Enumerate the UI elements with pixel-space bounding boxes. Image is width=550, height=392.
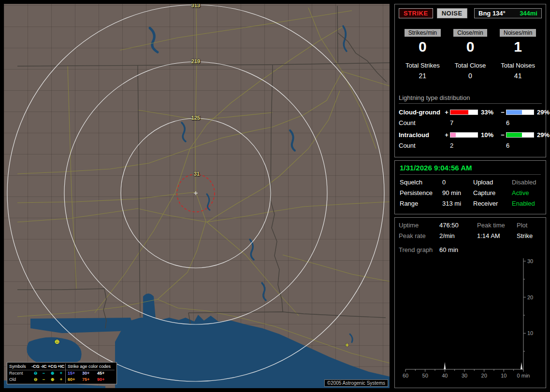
total-noises-value: 41: [494, 72, 542, 80]
legend-symbol: ⊖: [31, 370, 40, 377]
trend-graph-span-value: 60 min: [439, 246, 544, 253]
legend-col-pos-ic: +IC: [57, 364, 65, 370]
total-strikes-label: Total Strikes: [399, 62, 447, 69]
status-panel: STRIKE NOISE Bng 134° 344mi Strikes/min …: [394, 4, 546, 388]
copyright-label: ©2005 Astrogenic Systems: [324, 379, 388, 387]
strikes-per-min-value: 0: [399, 39, 447, 55]
bearing-readout: Bng 134° 344mi: [474, 8, 542, 18]
plus-sign: +: [443, 109, 450, 116]
legend-symbol: ⊕: [48, 377, 57, 383]
legend-symbol: ⊖: [31, 377, 40, 383]
svg-text:30: 30: [462, 373, 467, 378]
legend-symbol: −: [40, 377, 48, 383]
close-per-min-value: 0: [447, 39, 494, 55]
bearing-label: Bng 134°: [478, 10, 506, 17]
svg-text:50: 50: [422, 373, 428, 378]
intracloud-count-row: Count 2 6: [399, 142, 542, 149]
receiver-label: Receiver: [473, 200, 512, 207]
road-network: [17, 4, 390, 363]
ic-positive-bar-fill: [450, 133, 456, 137]
legend-symbol: +: [57, 370, 65, 377]
noises-per-min-label: Noises/min: [500, 29, 536, 37]
svg-text:60: 60: [403, 373, 408, 378]
legend-symbols-header: Symbols: [9, 364, 31, 370]
svg-text:40: 40: [442, 373, 448, 378]
range-ring-label-313: 313: [191, 4, 200, 8]
legend-symbol: +: [57, 377, 65, 383]
trend-section: Uptime 476:50 Peak time Plot Peak rate 2…: [394, 217, 546, 388]
range-value: 313 mi: [442, 200, 473, 207]
distribution-row-intracloud: Intracloud + 10% − 29%: [399, 131, 542, 139]
strike-mode-button[interactable]: STRIKE: [399, 8, 433, 18]
system-status-section: 1/31/2026 9:04:56 AM Squelch 0 Upload Di…: [394, 160, 546, 214]
uptime-grid: Uptime 476:50 Peak time Plot Peak rate 2…: [399, 222, 544, 239]
strike-map[interactable]: 313 219 125 31 ⊕ + Symbols -CG -IC +CG +…: [4, 4, 390, 388]
count-label: Count: [399, 142, 443, 149]
noises-per-min-counter: Noises/min 1 Total Noises 41: [494, 29, 542, 80]
legend-age-value: 60+: [65, 377, 80, 383]
persistence-label: Persistence: [400, 189, 442, 196]
cloud-ground-label: Cloud-ground: [399, 109, 443, 116]
trend-graph-label: Trend graph: [399, 246, 439, 253]
mode-toolbar: STRIKE NOISE Bng 134° 344mi: [399, 8, 542, 18]
cg-positive-percent: 33%: [478, 109, 499, 116]
cg-negative-bar-fill: [507, 110, 522, 114]
distribution-row-cloud-ground: Cloud-ground + 33% − 29%: [399, 109, 542, 116]
distribution-title: Lightning type distribution: [399, 94, 542, 104]
old-strike-symbol: ⊕: [55, 338, 60, 345]
cg-negative-bar: [506, 110, 534, 115]
total-noises-label: Total Noises: [494, 62, 542, 69]
squelch-value: 0: [442, 179, 473, 186]
total-close-label: Total Close: [447, 62, 494, 69]
strikes-per-min-label: Strikes/min: [405, 29, 441, 37]
total-close-value: 0: [447, 72, 494, 80]
svg-text:10: 10: [501, 373, 507, 378]
receiver-status: Enabled: [512, 200, 541, 207]
close-per-min-counter: Close/min 0 Total Close 0: [447, 29, 494, 80]
intracloud-label: Intracloud: [399, 131, 443, 139]
plot-label: Plot: [517, 222, 542, 229]
noise-mode-button[interactable]: NOISE: [437, 8, 467, 18]
legend-age-value: 30+: [80, 370, 95, 377]
ic-negative-count: 6: [506, 142, 534, 149]
svg-text:20: 20: [527, 294, 533, 300]
legend-age-value: 75+: [80, 377, 95, 383]
legend-symbol: ⊕: [48, 370, 57, 377]
range-ring-label-31: 31: [194, 171, 200, 177]
plus-sign: +: [443, 131, 450, 139]
status-grid: Squelch 0 Upload Disabled Persistence 90…: [400, 179, 541, 207]
legend-col-neg-ic: -IC: [40, 364, 48, 370]
plot-value: Strike: [517, 232, 542, 239]
state-borders: [17, 6, 390, 328]
close-per-min-label: Close/min: [453, 29, 487, 37]
datetime-display: 1/31/2026 9:04:56 AM: [400, 164, 541, 175]
count-label: Count: [399, 119, 443, 126]
ic-negative-bar-fill: [507, 133, 522, 137]
svg-text:10: 10: [527, 330, 533, 336]
trend-chart: 3020106050403020100 min: [399, 254, 546, 382]
peak-rate-label: Peak rate: [399, 232, 439, 239]
capture-status: Active: [512, 189, 541, 196]
legend-row-label: Recent: [9, 370, 31, 377]
rivers-lakes: [150, 26, 352, 342]
cg-negative-percent: 29%: [534, 109, 550, 116]
cloud-ground-count-row: Count 7 6: [399, 119, 542, 126]
peak-rate-value: 2/min: [439, 232, 477, 239]
rate-counters: Strikes/min 0 Total Strikes 21 Close/min…: [399, 29, 542, 80]
legend-age-value: 15+: [65, 370, 80, 377]
cg-positive-bar: [450, 110, 478, 115]
receiver-site-marker: [194, 191, 198, 195]
legend-col-pos-cg: +CG: [48, 364, 57, 370]
legend-age-value: 90+: [95, 377, 115, 383]
old-strike-symbol: +: [345, 341, 349, 349]
legend-age-header: Strike age color codes: [65, 364, 115, 370]
peak-time-value: 1:14 AM: [477, 232, 517, 239]
minus-sign: −: [499, 131, 506, 139]
persistence-value: 90 min: [442, 189, 473, 196]
svg-text:30: 30: [527, 258, 533, 264]
peak-time-label: Peak time: [477, 222, 517, 229]
svg-text:20: 20: [481, 373, 487, 378]
legend-symbol: −: [40, 370, 48, 377]
ic-negative-bar: [506, 132, 534, 138]
range-ring-label-219: 219: [191, 58, 200, 64]
